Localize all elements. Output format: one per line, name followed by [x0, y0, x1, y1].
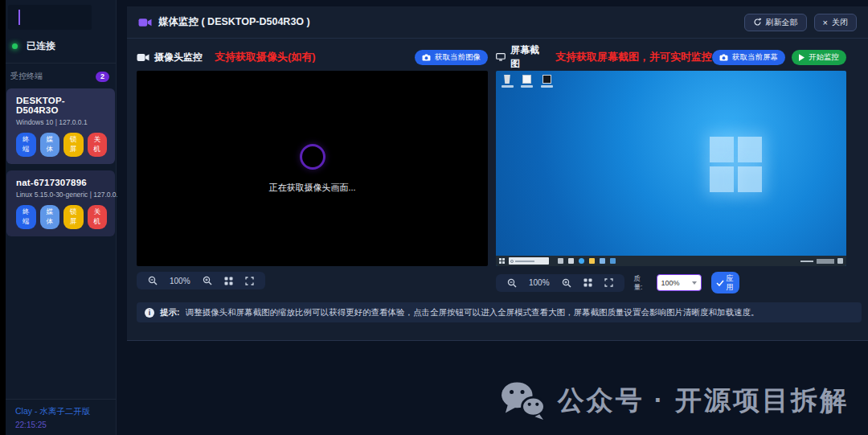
device-card-nat[interactable]: nat-6717307896 Linux 5.15.0-30-generic |…	[6, 170, 115, 236]
connection-status-label: 已连接	[27, 39, 55, 53]
device-lockscreen-button[interactable]: 锁屏	[63, 205, 84, 229]
play-icon	[799, 54, 805, 61]
system-tray	[800, 258, 843, 264]
panel-title-text: 媒体监控 ( DESKTOP-D504R3O )	[158, 15, 310, 29]
capture-image-button[interactable]: 获取当前图像	[415, 50, 488, 65]
taskbar-app-icons	[558, 258, 616, 264]
camera-actions: 获取当前图像	[415, 50, 488, 65]
camera-hint-text: 支持获取摄像头(如有)	[215, 50, 316, 64]
screen-zoom-bar: 100%	[496, 274, 624, 292]
windows-logo	[710, 137, 762, 192]
tip-prefix: 提示:	[160, 307, 180, 318]
fit-screen-icon[interactable]	[583, 278, 592, 287]
sidebar-footer: Clay - 水离子二开版 22:15:25	[6, 399, 116, 435]
check-icon	[716, 280, 724, 286]
screenshot-actions: 获取当前屏幕 开始监控	[712, 50, 846, 65]
connection-status: 已连接	[12, 39, 109, 53]
clock-text: 22:15:25	[15, 421, 106, 429]
device-terminal-button[interactable]: 终端	[16, 133, 36, 157]
camera-section-title: 摄像头监控	[137, 51, 203, 64]
taskbar-search	[509, 257, 549, 265]
text-caret	[18, 10, 20, 25]
start-button-icon	[499, 258, 505, 264]
tip-text: 调整摄像头和屏幕截图的缩放比例可以获得更好的查看体验，点击全屏按钮可以进入全屏模…	[186, 307, 760, 318]
watermark: 公众号 · 开源项目拆解	[500, 380, 849, 421]
camera-section: 摄像头监控 支持获取摄像头(如有) 获取当前图像 正在获取摄像头画面...	[137, 47, 488, 293]
quality-select[interactable]: 100%	[657, 274, 702, 291]
device-card-desktop[interactable]: DESKTOP-D504R3O Windows 10 | 127.0.0.1 终…	[6, 88, 115, 164]
device-info: Linux 5.15.0-30-generic | 127.0.0.1	[16, 191, 107, 199]
fullscreen-icon[interactable]	[604, 278, 613, 287]
device-actions: 终端 媒体 锁屏 关机	[16, 133, 107, 157]
panel-title: 媒体监控 ( DESKTOP-D504R3O )	[138, 15, 310, 29]
main-area: 媒体监控 ( DESKTOP-D504R3O ) 刷新全部 × 关闭	[117, 0, 868, 435]
terminals-count-badge: 2	[96, 72, 109, 82]
sidebar-logo-box	[8, 5, 92, 30]
zoom-in-icon[interactable]	[562, 278, 571, 288]
terminals-label: 受控终端	[10, 71, 43, 82]
start-monitor-button[interactable]: 开始监控	[792, 50, 846, 65]
project-link[interactable]: Clay - 水离子二开版	[15, 406, 106, 417]
close-icon: ×	[823, 18, 828, 27]
panel-header-actions: 刷新全部 × 关闭	[744, 14, 857, 31]
loading-spinner-icon	[300, 144, 326, 170]
app-root: 已连接 受控终端 2 DESKTOP-D504R3O Windows 10 | …	[0, 0, 868, 435]
document-icon	[520, 75, 533, 88]
terminals-header: 受控终端 2	[10, 71, 109, 82]
capture-screen-button[interactable]: 获取当前屏幕	[712, 50, 785, 65]
device-name: DESKTOP-D504R3O	[16, 96, 107, 115]
panel-header: 媒体监控 ( DESKTOP-D504R3O ) 刷新全部 × 关闭	[127, 6, 868, 39]
device-shutdown-button[interactable]: 关机	[88, 205, 108, 229]
remote-taskbar	[496, 256, 846, 266]
zoom-out-icon[interactable]	[148, 276, 158, 285]
window-edge	[0, 0, 6, 435]
screenshot-section: 屏幕截图 支持获取屏幕截图，并可实时监控 获取当前屏幕 开始监控	[496, 47, 846, 293]
camera-zoom-value: 100%	[170, 277, 190, 285]
camera-section-header: 摄像头监控 支持获取摄像头(如有) 获取当前图像	[137, 47, 488, 68]
screenshot-controls: 100% 质量: 100% 应用	[496, 272, 846, 293]
apply-quality-button[interactable]: 应用	[711, 272, 739, 293]
screenshot-section-title: 屏幕截图	[496, 43, 543, 71]
info-icon: i	[145, 308, 154, 318]
camera-zoom-bar: 100%	[137, 272, 265, 289]
snapshot-icon	[719, 54, 728, 61]
device-name: nat-6717307896	[16, 178, 107, 187]
device-media-button[interactable]: 媒体	[40, 133, 60, 157]
device-lockscreen-button[interactable]: 锁屏	[63, 133, 84, 157]
connected-dot-icon	[12, 43, 18, 49]
media-monitor-panel: 媒体监控 ( DESKTOP-D504R3O ) 刷新全部 × 关闭	[127, 6, 868, 341]
video-camera-icon	[138, 18, 152, 27]
camera-icon	[137, 53, 149, 62]
screenshot-hint-text: 支持获取屏幕截图，并可实时监控	[555, 50, 712, 64]
screenshot-section-header: 屏幕截图 支持获取屏幕截图，并可实时监控 获取当前屏幕 开始监控	[496, 47, 846, 68]
cmd-icon	[540, 75, 553, 88]
quality-label: 质量:	[634, 274, 647, 290]
wechat-icon	[500, 380, 547, 421]
camera-controls: 100%	[137, 272, 488, 289]
fit-screen-icon[interactable]	[224, 277, 233, 285]
sidebar-divider	[6, 63, 116, 64]
monitor-columns: 摄像头监控 支持获取摄像头(如有) 获取当前图像 正在获取摄像头画面...	[127, 39, 868, 293]
watermark-text: 公众号 · 开源项目拆解	[558, 383, 849, 419]
chevron-down-icon	[692, 281, 697, 285]
device-info: Windows 10 | 127.0.0.1	[16, 118, 107, 126]
screenshot-viewport[interactable]	[496, 71, 846, 266]
recycle-bin-icon	[501, 75, 514, 88]
snapshot-icon	[422, 54, 431, 61]
quality-value: 100%	[661, 279, 680, 287]
sidebar: 已连接 受控终端 2 DESKTOP-D504R3O Windows 10 | …	[6, 0, 117, 435]
fullscreen-icon[interactable]	[245, 277, 254, 285]
camera-viewport[interactable]: 正在获取摄像头画面...	[137, 71, 488, 266]
zoom-out-icon[interactable]	[507, 278, 517, 288]
device-shutdown-button[interactable]: 关机	[88, 133, 108, 157]
tip-bar: i 提示: 调整摄像头和屏幕截图的缩放比例可以获得更好的查看体验，点击全屏按钮可…	[137, 302, 862, 322]
refresh-icon	[753, 18, 762, 27]
refresh-all-button[interactable]: 刷新全部	[744, 14, 807, 31]
camera-loading-text: 正在获取摄像头画面...	[268, 182, 355, 194]
device-terminal-button[interactable]: 终端	[16, 205, 36, 229]
device-media-button[interactable]: 媒体	[40, 205, 60, 229]
monitor-icon	[496, 52, 506, 62]
device-actions: 终端 媒体 锁屏 关机	[16, 205, 107, 229]
close-button[interactable]: × 关闭	[814, 14, 857, 31]
zoom-in-icon[interactable]	[203, 276, 212, 285]
